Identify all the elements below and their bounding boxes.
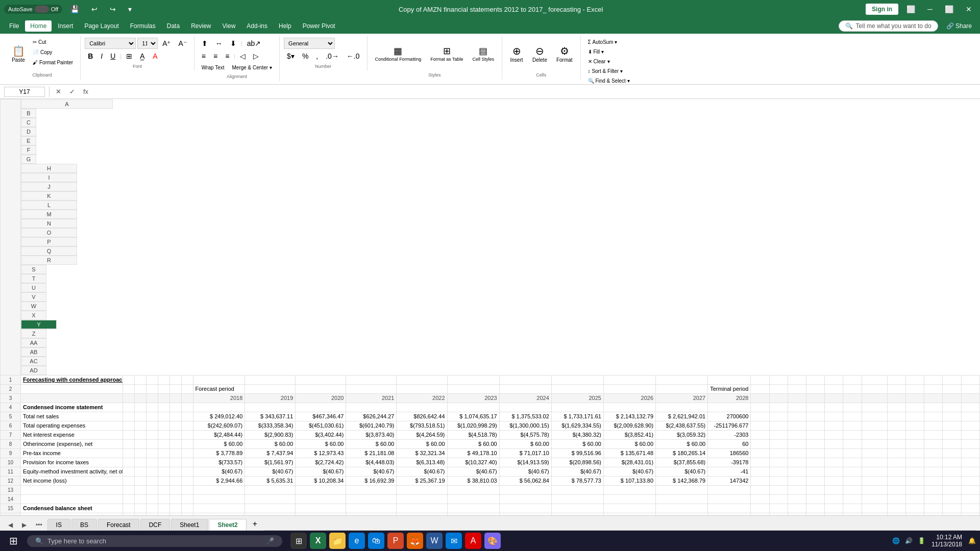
cell-empty[interactable] [123, 430, 135, 439]
cell-T7[interactable] [769, 430, 788, 439]
cell-Z7[interactable] [887, 430, 905, 439]
cell-AB11[interactable] [924, 467, 943, 476]
cell-AC6[interactable] [943, 421, 961, 430]
cell-AD7[interactable] [961, 430, 979, 439]
scroll-tabs-left[interactable]: ◀ [4, 519, 17, 531]
cell-AC15[interactable] [943, 504, 961, 513]
cell-L1[interactable] [397, 375, 447, 384]
cell-W13[interactable] [825, 485, 843, 494]
cell-S15[interactable] [751, 504, 769, 513]
cell-empty[interactable] [158, 403, 169, 412]
cell-X1[interactable] [843, 375, 862, 384]
cell-H3[interactable]: 2018 [193, 393, 245, 403]
bold-button[interactable]: B [85, 51, 96, 62]
tab-DCF[interactable]: DCF [140, 519, 170, 531]
scroll-tabs-right[interactable]: ▶ [18, 519, 31, 531]
cell-styles-button[interactable]: ▤ Cell Styles [469, 38, 498, 70]
cell-I7[interactable]: $(2,900.83) [245, 430, 296, 439]
borders-button[interactable]: ⊞ [123, 51, 135, 62]
cell-J14[interactable] [296, 494, 346, 504]
redo-button[interactable]: ↪ [106, 3, 120, 15]
cell-S6[interactable] [751, 421, 769, 430]
align-left-button[interactable]: ≡ [199, 51, 209, 62]
cell-O15[interactable] [551, 504, 603, 513]
autosave-badge[interactable]: AutoSave Off [4, 5, 62, 14]
cell-T16[interactable] [769, 513, 788, 515]
cell-AC5[interactable] [943, 412, 961, 421]
cell-I11[interactable]: $(40.67) [245, 467, 296, 476]
cell-V6[interactable] [806, 421, 825, 430]
cell-P12[interactable]: $ 107,133.80 [603, 476, 655, 485]
cell-W3[interactable] [825, 393, 843, 403]
cell-Q12[interactable]: $ 142,368.79 [656, 476, 708, 485]
cell-AD9[interactable] [961, 448, 979, 458]
cell-K4[interactable] [346, 403, 397, 412]
cell-empty[interactable] [169, 403, 181, 412]
cell-O1[interactable] [551, 375, 603, 384]
cell-empty[interactable] [146, 393, 158, 403]
cell-I3[interactable]: 2019 [245, 393, 296, 403]
cell-empty[interactable] [158, 494, 169, 504]
cell-A6[interactable]: Total operating expenses [21, 421, 123, 430]
cell-L9[interactable]: $ 32,321.34 [397, 448, 447, 458]
cell-L8[interactable]: $ 60.00 [397, 439, 447, 448]
align-center-button[interactable]: ≡ [210, 51, 220, 62]
cell-T8[interactable] [769, 439, 788, 448]
menu-addins[interactable]: Add-ins [241, 20, 273, 32]
align-middle-button[interactable]: ↔ [212, 38, 226, 49]
cell-V1[interactable] [806, 375, 825, 384]
cell-AB16[interactable] [924, 513, 943, 515]
cell-J12[interactable]: $ 10,208.34 [296, 476, 346, 485]
cell-O16[interactable]: $(292,285.83) [551, 513, 603, 515]
cell-P5[interactable]: $ 2,143,132.79 [603, 412, 655, 421]
cell-W2[interactable] [825, 384, 843, 393]
cell-Y12[interactable] [862, 476, 887, 485]
cell-Z5[interactable] [887, 412, 905, 421]
cell-N5[interactable]: $ 1,375,533.02 [499, 412, 551, 421]
cell-V11[interactable] [806, 467, 825, 476]
cell-empty[interactable] [158, 384, 169, 393]
col-header-R[interactable]: R [21, 256, 77, 265]
cell-P1[interactable] [603, 375, 655, 384]
cell-U10[interactable] [788, 458, 806, 467]
cell-N14[interactable] [499, 494, 551, 504]
col-header-AD[interactable]: AD [21, 366, 46, 375]
underline-button[interactable]: U [107, 51, 118, 62]
cell-empty[interactable] [146, 384, 158, 393]
col-header-B[interactable]: B [21, 109, 36, 118]
cell-empty[interactable] [123, 504, 135, 513]
cell-N12[interactable]: $ 56,062.84 [499, 476, 551, 485]
cell-M5[interactable]: $ 1,074,635.17 [447, 412, 499, 421]
cell-empty[interactable] [181, 421, 193, 430]
cell-U6[interactable] [788, 421, 806, 430]
cell-empty[interactable] [158, 513, 169, 515]
cell-Y4[interactable] [862, 403, 887, 412]
cell-P3[interactable]: 2026 [603, 393, 655, 403]
conditional-formatting-button[interactable]: ▦ Conditional Formatting [372, 38, 425, 70]
cell-V7[interactable] [806, 430, 825, 439]
col-header-I[interactable]: I [21, 173, 77, 182]
edge-icon[interactable]: e [349, 533, 365, 549]
cell-AA14[interactable] [905, 494, 924, 504]
increase-decimal-button[interactable]: .0→ [323, 51, 342, 62]
col-header-D[interactable]: D [21, 127, 36, 136]
cell-S5[interactable] [751, 412, 769, 421]
cell-S9[interactable] [751, 448, 769, 458]
cell-empty[interactable] [181, 494, 193, 504]
cell-AD16[interactable] [961, 513, 979, 515]
cell-L12[interactable]: $ 25,367.19 [397, 476, 447, 485]
cell-R4[interactable] [708, 403, 751, 412]
cell-X4[interactable] [843, 403, 862, 412]
cell-T11[interactable] [769, 467, 788, 476]
paste-button[interactable]: 📋 Paste [8, 38, 29, 70]
cell-Y10[interactable] [862, 458, 887, 467]
cell-U11[interactable] [788, 467, 806, 476]
cell-AA15[interactable] [905, 504, 924, 513]
mail-icon[interactable]: ✉ [446, 533, 462, 549]
fill-button[interactable]: ⬇ Fill ▾ [585, 47, 633, 56]
network-icon[interactable]: 🌐 [892, 537, 900, 544]
cell-AD3[interactable] [961, 393, 979, 403]
cell-H10[interactable]: $(733.57) [193, 458, 245, 467]
col-header-N[interactable]: N [21, 219, 77, 228]
cell-A11[interactable]: Equity-method investment activity, net o… [21, 467, 123, 476]
